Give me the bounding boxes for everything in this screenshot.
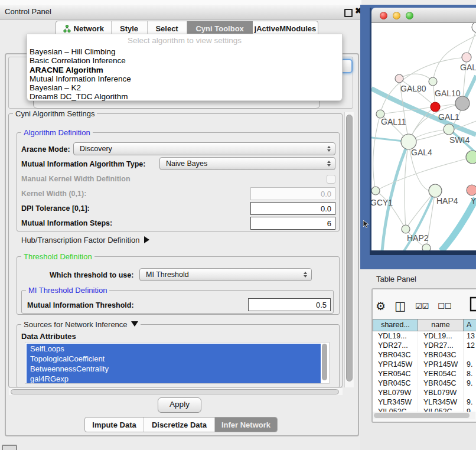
table-row[interactable]: YBR045CYBR045C9. [373,379,476,388]
tab-label: Select [155,24,178,33]
network-node[interactable] [431,102,440,112]
float-window-icon[interactable] [344,9,353,17]
cell-value [464,388,476,397]
settings-vertical-scrollbar[interactable] [344,112,354,387]
network-node[interactable] [462,53,471,62]
data-attributes-list[interactable]: SelfLoopsTopologicalCoefficientBetweenne… [25,342,330,384]
which-threshold-select[interactable]: MI Threshold [139,268,312,281]
sources-title[interactable]: Sources for Network Inference [21,320,141,329]
cell-value: 9 [464,407,476,412]
cell-shared-name: YBL079W [373,388,418,397]
network-node[interactable] [429,77,437,86]
minimize-traffic-light[interactable] [393,12,400,19]
network-node[interactable] [402,225,410,233]
network-node[interactable] [466,151,476,164]
table-row[interactable]: YDR27...YDR27...12 [373,341,476,350]
algorithm-option[interactable]: Bayesian – Hill Climbing [27,47,342,56]
algorithm-hint: Select algorithm to view settings [27,34,342,47]
attribute-item[interactable]: SelfLoops [27,344,321,354]
cell-shared-name: YBR045C [373,379,418,388]
tab-label: Impute Data [92,420,136,429]
mi-threshold-field[interactable] [248,298,331,311]
tab-discretize-data[interactable]: Discretize Data [144,418,215,432]
network-node[interactable] [444,124,454,135]
table-header: shared...nameA [373,319,476,331]
collapsed-arrow-icon [144,236,149,243]
node-label: SWI4 [449,135,470,145]
settings-horizontal-scrollbar[interactable] [9,387,343,395]
attribute-item[interactable]: TopologicalCoefficient [27,354,321,364]
mi-steps-field[interactable] [250,217,335,230]
algorithm-option[interactable]: Mutual Information Inference [27,74,342,83]
tab-impute-data[interactable]: Impute Data [85,418,144,432]
dpi-tolerance-field[interactable] [250,202,335,215]
control-panel-titlebar: Control Panel ✖ [0,5,361,19]
mouse-cursor [363,220,369,228]
network-window-shadow-bottom [370,250,476,255]
table-body[interactable]: YDL19...YDL19...13YDR27...YDR27...12YBR0… [373,331,476,412]
column-header[interactable]: shared... [373,319,418,331]
mi-algorithm-type-value: Naive Bayes [166,159,207,168]
cell-name: YBR045C [418,379,464,388]
table-horizontal-scrollbar[interactable] [373,412,475,419]
cell-shared-name: YDL19... [373,331,418,341]
apply-button[interactable]: Apply [158,397,201,413]
network-node[interactable] [395,74,403,83]
cell-value: 12 [464,341,476,350]
manual-kernel-width-label: Manual Kernel Width Definition [21,175,131,183]
mi-algorithm-type-select[interactable]: Naive Bayes [159,157,335,170]
tab-infer-network[interactable]: Infer Network [215,418,277,432]
table-row[interactable]: YBL079WYBL079W [373,388,476,397]
column-header[interactable]: name [418,319,464,331]
attribute-item[interactable]: gal4RGexp [27,374,321,384]
file-icon[interactable] [470,296,476,312]
zoom-traffic-light[interactable] [406,12,413,19]
data-attributes-label: Data Attributes [21,332,76,341]
deselect-all-icon[interactable]: ☐☐ [438,302,451,311]
network-icon [63,25,71,32]
network-node[interactable] [371,187,380,195]
expanded-arrow-icon [131,321,138,327]
columns-icon[interactable]: ◫ [395,299,406,313]
node-label: GCY1 [371,198,393,207]
network-node[interactable] [472,23,476,32]
table-row[interactable]: YER054CYER054C8. [373,369,476,379]
select-all-icon[interactable]: ☑☑ [415,302,429,311]
network-node[interactable] [455,96,470,110]
algorithm-option[interactable]: ARACNE Algorithm [27,66,342,74]
network-node[interactable] [429,184,442,197]
table-row[interactable]: YIL052CYIL052C9 [373,407,476,412]
node-label: Y [471,196,476,206]
cell-value: 9. [464,360,476,369]
network-node[interactable] [422,244,431,250]
cell-value: 9. [464,397,476,407]
aracne-mode-label: Aracne Mode: [21,145,70,154]
algorithm-option[interactable]: Basic Correlation Inference [27,56,342,65]
cell-name: YDR27... [418,341,464,350]
close-traffic-light[interactable] [380,12,387,19]
network-canvas[interactable]: GALGAL80GAL10GAL11GAL1SWI4GAL4GCY1HAP4YH… [371,23,476,250]
attributes-scrollbar[interactable] [321,343,328,383]
network-node[interactable] [467,185,476,195]
gear-icon[interactable]: ⚙ [376,299,386,313]
aracne-mode-select[interactable]: Discovery [73,142,335,155]
algorithm-option[interactable]: Bayesian – K2 [27,83,342,92]
node-label: HAP4 [436,196,458,206]
column-header[interactable]: A [464,319,476,331]
hub-definition-toggle[interactable]: Hub/Transcription Factor Definition [21,236,149,244]
attribute-item[interactable]: BetweennessCentrality [27,364,321,374]
node-label: GAL [460,63,476,72]
algorithm-definition-title: Algorithm Definition [21,128,93,137]
algorithm-option[interactable]: Dream8 DC_TDC Algorithm [27,92,342,101]
table-toolbar: ⚙◫☑☑☐☐ [376,296,475,315]
table-row[interactable]: YPR145WYPR145W9. [373,360,476,369]
table-row[interactable]: YBR043CYBR043C [373,350,476,360]
cell-value [464,350,476,360]
table-row[interactable]: YLR345WYLR345W9. [373,397,476,407]
network-window-titlebar[interactable] [371,8,476,23]
table-row[interactable]: YDL19...YDL19...13 [373,331,476,341]
cell-shared-name: YLR345W [373,397,418,407]
control-panel-title: Control Panel [5,7,51,16]
which-threshold-value: MI Threshold [146,270,189,279]
cell-shared-name: YER054C [373,369,418,379]
